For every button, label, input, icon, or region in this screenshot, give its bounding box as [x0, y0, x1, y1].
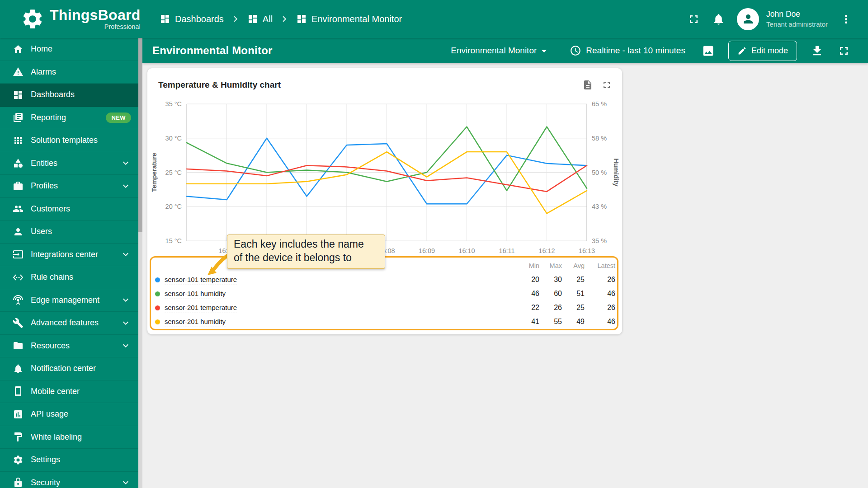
user-info: John Doe Tenant administrator — [766, 9, 828, 29]
notifications-button[interactable] — [712, 13, 725, 26]
svg-text:25 °C: 25 °C — [165, 169, 182, 176]
svg-text:65 %: 65 % — [592, 100, 607, 108]
smartphone-icon — [13, 386, 24, 397]
integration-icon — [13, 249, 24, 260]
app-logo[interactable]: ThingsBoard Professional — [21, 0, 141, 38]
sidebar-item-profiles[interactable]: Profiles — [0, 175, 138, 198]
sidebar-item-customers[interactable]: Customers — [0, 198, 138, 221]
sidebar-item-label: Notification center — [31, 364, 131, 373]
breadcrumb-item-environmental-monitor[interactable]: Environmental Monitor — [296, 14, 402, 24]
sidebar-item-alarms[interactable]: Alarms — [0, 61, 138, 84]
sidebar-item-label: Edge management — [31, 296, 113, 305]
sidebar-item-advanced-features[interactable]: Advanced features — [0, 312, 138, 335]
legend-min-value: 41 — [517, 314, 539, 328]
sidebar-item-label: Security — [31, 478, 113, 488]
legend-col-max: Max — [539, 262, 562, 272]
timewindow-button[interactable]: Realtime - last 10 minutes — [567, 44, 688, 57]
sidebar-item-home[interactable]: Home — [0, 38, 138, 61]
chevron-down-icon — [120, 249, 131, 260]
edit-mode-label: Edit mode — [751, 46, 788, 56]
sidebar-item-label: White labeling — [31, 432, 131, 442]
series-label[interactable]: sensor-201 humidity — [165, 318, 226, 327]
briefcase-icon — [13, 181, 24, 192]
caret-down-icon — [538, 44, 551, 57]
user-menu-button[interactable] — [840, 13, 853, 26]
svg-text:50 %: 50 % — [592, 169, 607, 176]
sidebar-item-label: Integrations center — [31, 250, 113, 259]
svg-text:16:10: 16:10 — [458, 247, 475, 254]
svg-text:58 %: 58 % — [592, 135, 607, 142]
download-button[interactable] — [811, 44, 824, 57]
sidebar-item-dashboards[interactable]: Dashboards — [0, 84, 138, 107]
folder-icon — [13, 340, 24, 351]
timewindow-value: Realtime - last 10 minutes — [586, 46, 685, 56]
dashboard-image-button[interactable] — [702, 44, 715, 57]
dashboard-canvas: Temperature & Humidity chart 35 °C65 %30… — [142, 63, 868, 488]
reporting-icon — [13, 112, 24, 123]
svg-text:16:11: 16:11 — [499, 247, 514, 254]
app-logo-text: ThingsBoard Professional — [50, 8, 141, 30]
scrollbar-thumb[interactable] — [138, 38, 142, 232]
warning-icon — [13, 66, 24, 77]
dashboard-select[interactable]: Environmental Monitor — [448, 44, 553, 58]
sidebar-item-solution-templates[interactable]: Solution templates — [0, 129, 138, 152]
sidebar-item-api-usage[interactable]: API usage — [0, 403, 138, 426]
series-color-dot — [155, 277, 160, 282]
sidebar-item-mobile-center[interactable]: Mobile center — [0, 380, 138, 404]
series-label[interactable]: sensor-101 humidity — [165, 290, 226, 299]
dashboard-icon — [296, 14, 307, 24]
breadcrumb: Dashboards All Environmental Monitor — [160, 0, 402, 38]
toolbar-fullscreen-button[interactable] — [837, 44, 850, 57]
app-edition: Professional — [104, 23, 141, 30]
dashboard-icon — [13, 89, 24, 100]
legend-latest-value: 26 — [585, 300, 615, 314]
sidebar-item-edge-management[interactable]: Edge management — [0, 289, 138, 312]
series-label[interactable]: sensor-101 temperature — [165, 276, 237, 285]
breadcrumb-label: Environmental Monitor — [311, 14, 402, 24]
sidebar-item-label: Customers — [31, 204, 131, 214]
top-header: ThingsBoard Professional Dashboards All … — [0, 0, 868, 38]
breadcrumb-label: All — [263, 14, 273, 24]
sidebar-item-rule-chains[interactable]: Rule chains — [0, 266, 138, 289]
sidebar-item-label: Rule chains — [31, 272, 131, 282]
legend-min-value: 46 — [517, 286, 539, 300]
sidebar-item-label: Users — [31, 227, 131, 236]
sidebar-item-users[interactable]: Users — [0, 221, 138, 244]
paint-icon — [13, 432, 24, 442]
sidebar-item-security[interactable]: Security — [0, 472, 138, 488]
sidebar-item-label: API usage — [31, 409, 131, 419]
svg-text:16:12: 16:12 — [538, 247, 555, 254]
sidebar-item-entities[interactable]: Entities — [0, 152, 138, 175]
svg-text:30 °C: 30 °C — [165, 135, 182, 142]
legend-max-value: 30 — [539, 272, 562, 286]
legend-col-avg: Avg — [562, 262, 585, 272]
sidebar-item-label: Home — [31, 44, 131, 54]
sidebar-item-label: Settings — [31, 455, 131, 465]
sidebar-item-settings[interactable]: Settings — [0, 449, 138, 472]
series-color-dot — [155, 291, 160, 296]
breadcrumb-item-dashboards[interactable]: Dashboards — [160, 14, 224, 24]
breadcrumb-label: Dashboards — [175, 14, 224, 24]
pencil-icon — [737, 46, 747, 56]
edit-mode-button[interactable]: Edit mode — [728, 41, 797, 61]
chevron-down-icon — [120, 318, 131, 328]
svg-text:43 %: 43 % — [592, 203, 607, 210]
dashboard-select-value: Environmental Monitor — [451, 46, 537, 56]
sidebar-item-notification-center[interactable]: Notification center — [0, 357, 138, 380]
sidebar-item-resources[interactable]: Resources — [0, 335, 138, 358]
download-icon — [811, 44, 824, 57]
people-icon — [13, 203, 24, 214]
avatar[interactable] — [737, 8, 759, 30]
sidebar-item-integrations-center[interactable]: Integrations center — [0, 244, 138, 267]
timeseries-chart[interactable]: 35 °C65 %30 °C58 %25 °C50 %20 °C43 %15 °… — [147, 84, 622, 256]
breadcrumb-item-all[interactable]: All — [247, 14, 273, 24]
fullscreen-button[interactable] — [687, 13, 700, 26]
thingsboard-logo-icon — [21, 7, 44, 31]
person-icon — [741, 12, 755, 26]
series-label[interactable]: sensor-201 temperature — [165, 304, 237, 313]
sidebar-item-white-labeling[interactable]: White labeling — [0, 426, 138, 449]
sidebar-item-reporting[interactable]: ReportingNEW — [0, 107, 138, 130]
legend-max-value: 60 — [539, 286, 562, 300]
gear-icon — [13, 455, 24, 465]
sidebar-scrollbar[interactable] — [138, 38, 142, 488]
